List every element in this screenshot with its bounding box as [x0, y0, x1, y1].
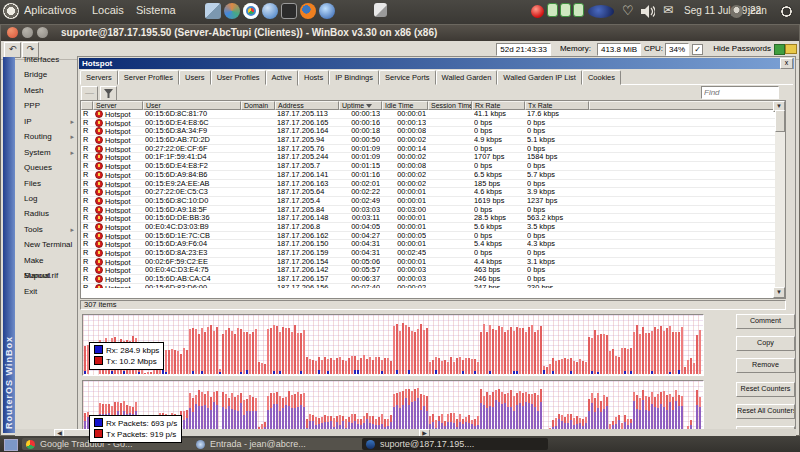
column-header-tx-rate[interactable]: Tx Rate — [525, 101, 589, 110]
reset-all-counters-button[interactable]: Reset All Counters — [736, 404, 795, 419]
column-header-server[interactable]: Server — [93, 101, 143, 110]
table-row[interactable]: RHotspot00:1F:1F:59:41:D4187.17.205.2440… — [81, 153, 785, 162]
column-header-domain[interactable]: Domain — [241, 101, 275, 110]
terminal-icon[interactable] — [281, 3, 297, 19]
table-row[interactable]: RHotspot00:15:6D:E4:E8:6C187.17.206.1650… — [81, 119, 785, 128]
sidebar-item-radius[interactable]: Radius — [15, 206, 77, 221]
sidebar-item-bridge[interactable]: Bridge — [15, 67, 77, 82]
table-row[interactable]: RHotspot00:15:6D:AB:7D:2D187.17.205.9400… — [81, 136, 785, 145]
table-row[interactable]: RHotspot00:15:6D:8A:34:F9187.17.206.1640… — [81, 127, 785, 136]
green-doc-icon[interactable] — [560, 3, 571, 17]
show-desktop-icon[interactable] — [4, 439, 18, 451]
sidebar-item-exit[interactable]: Exit — [15, 284, 77, 299]
minimize-window-icon[interactable] — [22, 27, 33, 38]
v-scrollbar[interactable] — [775, 110, 785, 289]
heart-icon[interactable]: ♡ — [622, 3, 634, 18]
table-row[interactable]: RHotspot00:15:6D:DE:BB:36187.17.206.1480… — [81, 214, 785, 223]
sidebar-item-tools[interactable]: Tools▸ — [15, 222, 77, 237]
table-row[interactable]: RHotspot00:15:6D:A9:18:5F187.17.205.8400… — [81, 206, 785, 215]
sidebar-item-manual[interactable]: Manual — [15, 268, 77, 283]
mail-icon[interactable]: ✉ — [663, 3, 673, 17]
table-row[interactable]: RHotspot00:27:22:0E:CF:6F187.17.205.7600… — [81, 145, 785, 154]
menu-aplicativos[interactable]: Aplicativos — [24, 4, 77, 16]
tab-users[interactable]: Users — [179, 70, 211, 85]
column-header-blank[interactable] — [81, 101, 93, 110]
volume-icon[interactable] — [641, 5, 655, 18]
tab-walled-garden[interactable]: Walled Garden — [436, 70, 498, 85]
table-row[interactable]: RHotspot00:27:22:0E:C5:C3187.17.205.6400… — [81, 188, 785, 197]
green-doc-icon[interactable] — [573, 3, 584, 17]
table-row[interactable]: RHotspot00:15:6D:E4:E8:F2187.17.205.700:… — [81, 162, 785, 171]
hotspot-titlebar[interactable]: Hotspot — [79, 58, 794, 69]
folder-icon[interactable] — [785, 44, 797, 54]
close-window-icon[interactable] — [7, 27, 18, 38]
find-input[interactable] — [701, 86, 779, 99]
column-header-rx-rate[interactable]: Rx Rate — [472, 101, 525, 110]
reset-counters-button[interactable]: Reset Counters — [736, 382, 795, 397]
taskbar-item-3[interactable]: suporte@187.17.195.... — [362, 438, 548, 450]
sidebar-item-mesh[interactable]: Mesh — [15, 83, 77, 98]
column-header-uptime[interactable]: Uptime — [339, 101, 382, 110]
power-icon[interactable] — [780, 5, 793, 18]
tab-service-ports[interactable]: Service Ports — [379, 70, 436, 85]
sidebar-item-make-supout-rif[interactable]: Make Supout.rif — [15, 253, 77, 268]
record-icon[interactable] — [531, 5, 544, 18]
table-row[interactable]: RHotspot00:15:6D:8A:23:E3187.17.206.1590… — [81, 249, 785, 258]
menu-locais[interactable]: Locais — [92, 4, 124, 16]
sidebar-item-system[interactable]: System▸ — [15, 145, 77, 160]
winbox-titlebar[interactable]: suporte@187.17.195.50 (Server-AbcTupi (C… — [1, 25, 799, 41]
close-icon[interactable]: x — [780, 58, 793, 69]
sidebar-item-interfaces[interactable]: Interfaces — [15, 52, 77, 67]
user-menu[interactable]: jean — [748, 5, 767, 16]
blue-sphere-icon[interactable] — [262, 3, 278, 19]
column-header-idle-time[interactable]: Idle Time — [382, 101, 428, 110]
sidebar-item-routing[interactable]: Routing▸ — [15, 129, 77, 144]
hide-passwords-checkbox[interactable]: ✓ — [692, 44, 703, 55]
table-row[interactable]: RHotspot00:02:6F:59:C2:EE187.17.206.1540… — [81, 258, 785, 267]
table-row[interactable]: RHotspot00:E0:4C:D3:03:B9187.17.206.800:… — [81, 223, 785, 232]
comment-button[interactable]: Comment — [736, 314, 795, 329]
remove-button[interactable]: Remove — [736, 358, 795, 373]
menu-sistema[interactable]: Sistema — [136, 4, 176, 16]
tab-active[interactable]: Active — [266, 70, 298, 86]
abc-logo-icon[interactable] — [588, 5, 614, 18]
tab-walled-garden-ip-list[interactable]: Walled Garden IP List — [497, 70, 582, 85]
chrome-icon[interactable] — [243, 3, 259, 19]
sidebar-item-ip[interactable]: IP▸ — [15, 114, 77, 129]
tab-hosts[interactable]: Hosts — [298, 70, 329, 85]
scroll-thumb[interactable] — [775, 110, 785, 132]
table-row[interactable]: RHotspot00:15:6D:1E:7C:CB187.17.206.1620… — [81, 232, 785, 241]
column-header-blank[interactable] — [589, 101, 775, 110]
firefox-icon[interactable] — [300, 3, 316, 19]
table-row[interactable]: RHotspot00:E0:4C:D3:E4:75187.17.206.1420… — [81, 266, 785, 275]
distributor-logo-icon[interactable] — [3, 3, 19, 19]
table-row[interactable]: RHotspot00:15:6D:A9:84:B6187.17.206.1410… — [81, 171, 785, 180]
sidebar-item-new-terminal[interactable]: New Terminal — [15, 237, 77, 252]
copy-button[interactable]: Copy — [736, 336, 795, 351]
tab-ip-bindings[interactable]: IP Bindings — [329, 70, 379, 85]
sidebar-item-log[interactable]: Log — [15, 191, 77, 206]
taskbar-item-2[interactable]: Entrada - jean@abcre... — [192, 438, 376, 450]
tab-cookies[interactable]: Cookies — [582, 70, 621, 85]
table-row[interactable]: RHotspot00:15:6D:A9:F6:04187.17.206.1500… — [81, 240, 785, 249]
tab-user-profiles[interactable]: User Profiles — [211, 70, 266, 85]
browser-ball-icon[interactable] — [224, 3, 240, 19]
image-viewer-icon[interactable] — [205, 3, 221, 19]
tab-server-profiles[interactable]: Server Profiles — [118, 70, 179, 85]
column-header-address[interactable]: Address — [275, 101, 339, 110]
globe-icon[interactable] — [319, 3, 335, 19]
screenshot-icon[interactable] — [374, 3, 387, 17]
scroll-down-icon[interactable]: ▼ — [773, 287, 785, 298]
maximize-window-icon[interactable] — [37, 27, 48, 38]
avatar-icon[interactable] — [730, 5, 743, 18]
table-row[interactable]: RHotspot00:15:6D:83:D6:00187.17.206.1560… — [81, 284, 785, 288]
sidebar-item-ppp[interactable]: PPP — [15, 98, 77, 113]
table-row[interactable]: RHotspot00:15:6D:AB:CA:C4187.17.206.1570… — [81, 275, 785, 284]
table-row[interactable]: RHotspot00:15:E9:2A:EE:AB187.17.206.1630… — [81, 180, 785, 189]
table-row[interactable]: RHotspot00:15:6D:8C:81:70187.17.205.1130… — [81, 110, 785, 119]
tab-servers[interactable]: Servers — [80, 70, 118, 85]
green-doc-icon[interactable] — [547, 3, 558, 17]
sidebar-item-files[interactable]: Files — [15, 176, 77, 191]
sidebar-item-queues[interactable]: Queues — [15, 160, 77, 175]
column-header-session-time-[interactable]: Session Time ... — [428, 101, 472, 110]
